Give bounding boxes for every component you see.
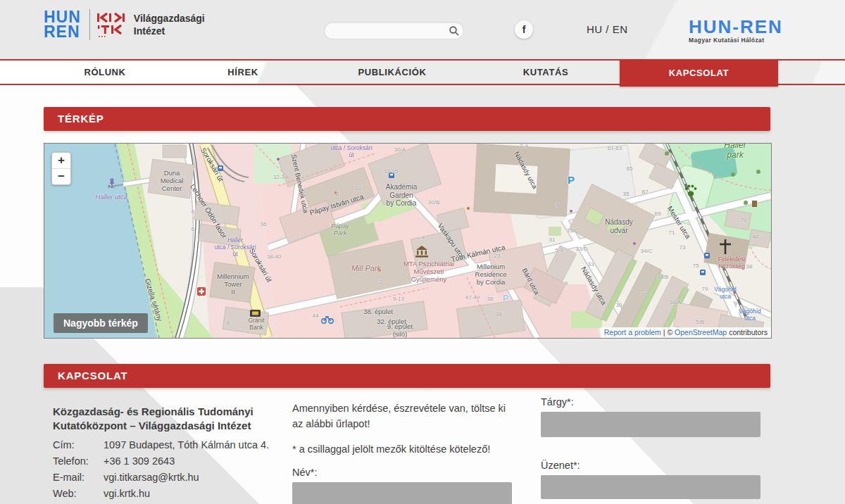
message-field[interactable] <box>541 475 760 499</box>
map-attribution: Report a problem | © OpenStreetMap contr… <box>601 327 771 338</box>
nav-item-kapcsolat-active[interactable]: KAPCSOLAT <box>620 59 778 87</box>
contact-form-fields-column: Tárgy*: Üzenet*: <box>541 396 760 499</box>
hunren-network-title: HUN-REN <box>689 18 783 36</box>
nav-item-publikaciok[interactable]: PUBLIKÁCIÓK <box>358 61 427 84</box>
message-label: Üzenet*: <box>541 460 760 471</box>
search-input[interactable] <box>325 23 445 39</box>
header: HUN REN Vi <box>0 0 845 59</box>
email-value[interactable]: vgi.titkarsag@krtk.hu <box>104 470 199 486</box>
contact-section-title: KAPCSOLAT <box>44 364 770 388</box>
contact-row-web: Web: vgi.krtk.hu <box>53 486 269 502</box>
search-bar <box>324 22 464 39</box>
nav-item-rolunk[interactable]: RÓLUNK <box>84 61 125 84</box>
krtk-logo-icon <box>97 12 127 38</box>
hospital-icon <box>197 287 206 296</box>
subject-field[interactable] <box>541 412 760 437</box>
search-icon[interactable] <box>445 25 463 37</box>
institute-name: Világgazdasági Intézet <box>134 12 205 37</box>
site-logo[interactable]: HUN REN Vi <box>44 9 205 40</box>
nav-item-kutatas[interactable]: KUTATÁS <box>523 61 568 84</box>
map-zoom-control: + − <box>51 152 71 185</box>
hunren-left-logo: HUN REN <box>44 10 81 40</box>
trash-icon <box>752 201 757 207</box>
attribution-separator: | © <box>661 328 675 336</box>
contact-row-email: E-mail: vgi.titkarsag@krtk.hu <box>53 470 269 486</box>
contact-details: Cím: 1097 Budapest, Tóth Kálmán utca 4. … <box>53 437 269 502</box>
map-base <box>44 144 771 338</box>
openstreetmap-link[interactable]: OpenStreetMap <box>675 328 727 336</box>
language-switcher[interactable]: HU / EN <box>587 23 628 35</box>
attribution-contributors: contributors <box>727 328 768 336</box>
phone-value: +36 1 309 2643 <box>104 453 175 470</box>
zoom-out-button[interactable]: − <box>52 168 70 184</box>
nav-item-hirek[interactable]: HÍREK <box>227 61 258 84</box>
name-label: Név*: <box>292 467 512 478</box>
contact-row-phone: Telefon: +36 1 309 2643 <box>53 453 269 470</box>
contact-form-intro-column: Amennyiben kérdése, észrevétele van, töl… <box>292 401 512 504</box>
larger-map-button[interactable]: Nagyobb térkép <box>54 313 148 333</box>
hunren-network-logo[interactable]: HUN-REN Magyar Kutatási Hálózat <box>689 18 783 44</box>
name-field[interactable] <box>292 482 512 504</box>
email-label: E-mail: <box>53 470 104 486</box>
form-required-note: * a csillaggal jelölt mezők kitöltése kö… <box>292 442 512 458</box>
facebook-icon: f <box>522 24 526 35</box>
subject-label: Tárgy*: <box>541 396 760 408</box>
hunren-network-subtitle: Magyar Kutatási Hálózat <box>689 37 783 44</box>
form-intro: Amennyiben kérdése, észrevétele van, töl… <box>292 401 512 432</box>
web-label: Web: <box>53 486 104 502</box>
bank-icon <box>250 310 261 317</box>
facebook-button[interactable]: f <box>515 20 533 39</box>
map-canvas[interactable]: Haller utcaDuna Medical CenterSoroksári … <box>44 143 772 339</box>
report-problem-link[interactable]: Report a problem <box>604 328 661 336</box>
map-section-title: TÉRKÉP <box>44 107 770 131</box>
address-value: 1097 Budapest, Tóth Kálmán utca 4. <box>104 437 269 453</box>
logo-divider <box>89 9 90 40</box>
contact-row-address: Cím: 1097 Budapest, Tóth Kálmán utca 4. <box>53 437 269 453</box>
phone-label: Telefon: <box>53 453 104 470</box>
zoom-in-button[interactable]: + <box>52 153 70 168</box>
address-label: Cím: <box>53 437 104 453</box>
web-value[interactable]: vgi.krtk.hu <box>104 486 150 502</box>
organization-name: Közgazdaság- és Regionális Tudományi Kut… <box>53 405 285 434</box>
